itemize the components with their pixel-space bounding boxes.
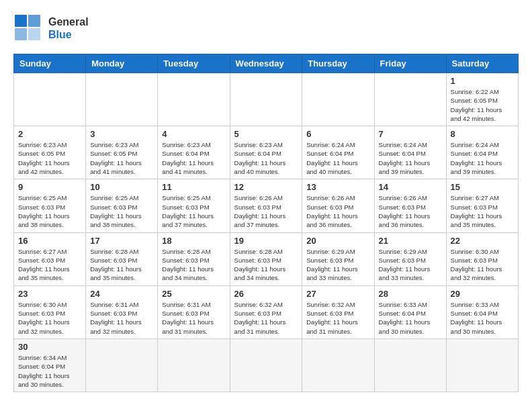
svg-rect-1 — [15, 28, 27, 40]
calendar-cell: 1Sunrise: 6:22 AM Sunset: 6:05 PM Daylig… — [446, 73, 518, 126]
day-number: 14 — [379, 182, 442, 192]
calendar-cell — [86, 73, 158, 126]
calendar-cell: 28Sunrise: 6:33 AM Sunset: 6:04 PM Dayli… — [374, 285, 446, 338]
day-number: 3 — [90, 129, 153, 139]
day-info: Sunrise: 6:31 AM Sunset: 6:03 PM Dayligh… — [90, 300, 153, 336]
day-number: 22 — [451, 236, 514, 246]
svg-rect-2 — [28, 15, 40, 27]
calendar-cell: 8Sunrise: 6:24 AM Sunset: 6:04 PM Daylig… — [446, 126, 518, 179]
day-number: 30 — [18, 342, 81, 352]
calendar-week-row: 1Sunrise: 6:22 AM Sunset: 6:05 PM Daylig… — [14, 73, 519, 126]
day-number: 5 — [234, 129, 298, 139]
calendar-cell: 2Sunrise: 6:23 AM Sunset: 6:05 PM Daylig… — [14, 126, 86, 179]
day-number: 6 — [306, 129, 369, 139]
weekday-header-saturday: Saturday — [446, 54, 518, 73]
day-info: Sunrise: 6:32 AM Sunset: 6:03 PM Dayligh… — [306, 300, 369, 336]
calendar-cell — [374, 338, 446, 392]
weekday-header-monday: Monday — [86, 54, 158, 73]
calendar-cell: 19Sunrise: 6:28 AM Sunset: 6:03 PM Dayli… — [230, 232, 302, 285]
day-number: 18 — [162, 236, 225, 246]
calendar-cell: 11Sunrise: 6:25 AM Sunset: 6:03 PM Dayli… — [158, 179, 230, 232]
calendar-week-row: 23Sunrise: 6:30 AM Sunset: 6:03 PM Dayli… — [14, 285, 519, 338]
day-info: Sunrise: 6:27 AM Sunset: 6:03 PM Dayligh… — [451, 193, 514, 229]
day-info: Sunrise: 6:33 AM Sunset: 6:04 PM Dayligh… — [451, 300, 514, 336]
calendar-cell — [14, 73, 86, 126]
day-number: 20 — [306, 236, 369, 246]
calendar-cell: 22Sunrise: 6:30 AM Sunset: 6:03 PM Dayli… — [446, 232, 518, 285]
calendar-cell: 5Sunrise: 6:23 AM Sunset: 6:04 PM Daylig… — [230, 126, 302, 179]
day-info: Sunrise: 6:25 AM Sunset: 6:03 PM Dayligh… — [18, 193, 81, 229]
weekday-header-wednesday: Wednesday — [230, 54, 302, 73]
calendar-cell: 27Sunrise: 6:32 AM Sunset: 6:03 PM Dayli… — [302, 285, 374, 338]
calendar-cell: 14Sunrise: 6:26 AM Sunset: 6:03 PM Dayli… — [374, 179, 446, 232]
calendar-cell — [230, 73, 302, 126]
day-number: 7 — [379, 129, 442, 139]
calendar-cell — [158, 338, 230, 392]
day-info: Sunrise: 6:23 AM Sunset: 6:04 PM Dayligh… — [162, 140, 225, 176]
day-info: Sunrise: 6:25 AM Sunset: 6:03 PM Dayligh… — [90, 193, 153, 229]
day-info: Sunrise: 6:27 AM Sunset: 6:03 PM Dayligh… — [18, 247, 81, 283]
day-number: 15 — [451, 182, 514, 192]
calendar-cell: 13Sunrise: 6:26 AM Sunset: 6:03 PM Dayli… — [302, 179, 374, 232]
calendar-cell: 21Sunrise: 6:29 AM Sunset: 6:03 PM Dayli… — [374, 232, 446, 285]
day-number: 16 — [18, 236, 81, 246]
day-info: Sunrise: 6:23 AM Sunset: 6:05 PM Dayligh… — [90, 140, 153, 176]
day-info: Sunrise: 6:23 AM Sunset: 6:05 PM Dayligh… — [18, 140, 81, 176]
calendar-cell: 18Sunrise: 6:28 AM Sunset: 6:03 PM Dayli… — [158, 232, 230, 285]
day-number: 9 — [18, 182, 81, 192]
day-number: 12 — [234, 182, 298, 192]
day-info: Sunrise: 6:29 AM Sunset: 6:03 PM Dayligh… — [306, 247, 369, 283]
day-info: Sunrise: 6:29 AM Sunset: 6:03 PM Dayligh… — [379, 247, 442, 283]
calendar-cell — [230, 338, 302, 392]
calendar: SundayMondayTuesdayWednesdayThursdayFrid… — [13, 54, 519, 392]
calendar-cell — [302, 338, 374, 392]
calendar-cell: 12Sunrise: 6:26 AM Sunset: 6:03 PM Dayli… — [230, 179, 302, 232]
calendar-cell: 9Sunrise: 6:25 AM Sunset: 6:03 PM Daylig… — [14, 179, 86, 232]
calendar-cell: 6Sunrise: 6:24 AM Sunset: 6:04 PM Daylig… — [302, 126, 374, 179]
calendar-cell: 10Sunrise: 6:25 AM Sunset: 6:03 PM Dayli… — [86, 179, 158, 232]
day-number: 19 — [234, 236, 298, 246]
day-info: Sunrise: 6:22 AM Sunset: 6:05 PM Dayligh… — [451, 87, 514, 123]
day-info: Sunrise: 6:24 AM Sunset: 6:04 PM Dayligh… — [451, 140, 514, 176]
day-info: Sunrise: 6:24 AM Sunset: 6:04 PM Dayligh… — [379, 140, 442, 176]
day-info: Sunrise: 6:28 AM Sunset: 6:03 PM Dayligh… — [90, 247, 153, 283]
calendar-cell — [86, 338, 158, 392]
day-number: 29 — [451, 289, 514, 299]
svg-rect-3 — [28, 28, 40, 40]
day-info: Sunrise: 6:28 AM Sunset: 6:03 PM Dayligh… — [162, 247, 225, 283]
calendar-cell: 23Sunrise: 6:30 AM Sunset: 6:03 PM Dayli… — [14, 285, 86, 338]
day-info: Sunrise: 6:26 AM Sunset: 6:03 PM Dayligh… — [234, 193, 298, 229]
calendar-cell: 26Sunrise: 6:32 AM Sunset: 6:03 PM Dayli… — [230, 285, 302, 338]
calendar-week-row: 9Sunrise: 6:25 AM Sunset: 6:03 PM Daylig… — [14, 179, 519, 232]
calendar-week-row: 16Sunrise: 6:27 AM Sunset: 6:03 PM Dayli… — [14, 232, 519, 285]
calendar-week-row: 30Sunrise: 6:34 AM Sunset: 6:04 PM Dayli… — [14, 338, 519, 392]
day-number: 23 — [18, 289, 81, 299]
day-number: 26 — [234, 289, 298, 299]
calendar-cell: 7Sunrise: 6:24 AM Sunset: 6:04 PM Daylig… — [374, 126, 446, 179]
calendar-cell — [374, 73, 446, 126]
weekday-header-friday: Friday — [374, 54, 446, 73]
day-number: 28 — [379, 289, 442, 299]
day-number: 13 — [306, 182, 369, 192]
header: General Blue — [13, 13, 519, 43]
day-info: Sunrise: 6:30 AM Sunset: 6:03 PM Dayligh… — [18, 300, 81, 336]
logo-general-text: General — [48, 15, 89, 28]
day-info: Sunrise: 6:34 AM Sunset: 6:04 PM Dayligh… — [18, 353, 81, 389]
svg-rect-0 — [15, 15, 27, 27]
day-number: 8 — [451, 129, 514, 139]
calendar-cell: 16Sunrise: 6:27 AM Sunset: 6:03 PM Dayli… — [14, 232, 86, 285]
day-info: Sunrise: 6:26 AM Sunset: 6:03 PM Dayligh… — [379, 193, 442, 229]
calendar-week-row: 2Sunrise: 6:23 AM Sunset: 6:05 PM Daylig… — [14, 126, 519, 179]
day-info: Sunrise: 6:32 AM Sunset: 6:03 PM Dayligh… — [234, 300, 298, 336]
day-number: 25 — [162, 289, 225, 299]
day-number: 21 — [379, 236, 442, 246]
day-number: 10 — [90, 182, 153, 192]
calendar-cell: 4Sunrise: 6:23 AM Sunset: 6:04 PM Daylig… — [158, 126, 230, 179]
day-info: Sunrise: 6:25 AM Sunset: 6:03 PM Dayligh… — [162, 193, 225, 229]
day-info: Sunrise: 6:23 AM Sunset: 6:04 PM Dayligh… — [234, 140, 298, 176]
day-info: Sunrise: 6:30 AM Sunset: 6:03 PM Dayligh… — [451, 247, 514, 283]
day-number: 11 — [162, 182, 225, 192]
logo: General Blue — [13, 13, 89, 43]
weekday-header-tuesday: Tuesday — [158, 54, 230, 73]
day-number: 4 — [162, 129, 225, 139]
